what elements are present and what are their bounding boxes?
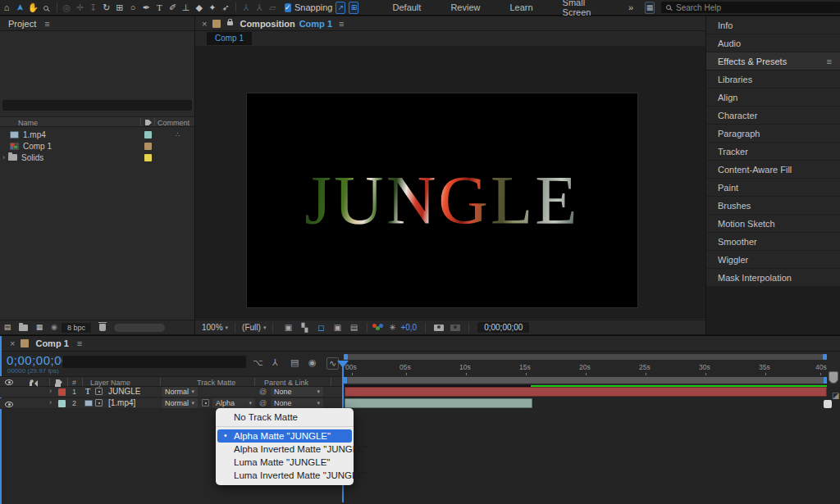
layer-row-jungle[interactable]: › 1 T JUNGLE Normal ▾ @ None ▾ xyxy=(0,387,342,397)
visibility-eye-icon[interactable] xyxy=(5,402,13,407)
interpret-footage-icon[interactable]: ▤ xyxy=(0,320,15,335)
panel-menu-icon[interactable]: ≡ xyxy=(339,19,344,29)
layer-name-column[interactable]: Layer Name xyxy=(90,379,130,387)
shape-tool-icon[interactable]: ○ xyxy=(126,0,139,16)
world-axis-mode-icon[interactable]: ⅄ xyxy=(253,0,266,16)
draft-3d-icon[interactable]: ⅄ xyxy=(272,357,278,368)
panel-tracker[interactable]: Tracker xyxy=(706,143,840,160)
panel-libraries[interactable]: Libraries xyxy=(706,70,840,88)
column-comment[interactable]: Comment xyxy=(158,119,189,127)
mini-flowchart-icon[interactable]: ⌥ xyxy=(253,357,263,368)
panel-wiggler[interactable]: Wiggler xyxy=(706,251,840,268)
rotation-tool-icon[interactable]: ↻ xyxy=(100,0,113,16)
parent-dropdown[interactable]: None ▾ xyxy=(271,387,323,397)
menu-item-alpha-matte[interactable]: • Alpha Matte "JUNGLE" xyxy=(217,429,352,443)
menu-item-no-track-matte[interactable]: No Track Matte xyxy=(216,411,354,424)
snap-features-icon[interactable]: ⊞ xyxy=(349,2,358,14)
snapping-checkbox[interactable]: ✓ xyxy=(285,3,291,12)
snapshot-camera-icon[interactable] xyxy=(434,325,444,331)
region-of-interest-icon[interactable]: ▣ xyxy=(280,323,296,332)
timeline-search-input[interactable] xyxy=(62,356,246,368)
pan-behind-tool-icon[interactable]: ⊞ xyxy=(113,0,126,16)
panel-paint[interactable]: Paint xyxy=(706,179,840,196)
matte-toggle-icon[interactable] xyxy=(202,399,209,406)
current-timecode[interactable]: 0;00;00;00 xyxy=(7,353,69,367)
snap-edges-icon[interactable]: ↗ xyxy=(336,2,345,14)
pen-tool-icon[interactable]: ✒ xyxy=(139,0,153,16)
layer-name[interactable]: [1.mp4] xyxy=(108,398,135,407)
mask-visibility-icon[interactable]: ◻ xyxy=(313,323,329,332)
panel-content-aware-fill[interactable]: Content-Aware Fill xyxy=(706,161,840,178)
view-layout-icon[interactable]: ▤ xyxy=(345,323,362,332)
frame-blending-icon[interactable]: ▤ xyxy=(290,357,299,368)
label-swatch[interactable] xyxy=(144,154,152,161)
layer-label-swatch[interactable] xyxy=(58,400,66,407)
panel-align[interactable]: Align xyxy=(706,89,840,106)
new-composition-icon[interactable]: ▦ xyxy=(32,320,47,335)
workspace-tab-learn[interactable]: Learn xyxy=(495,2,547,12)
local-axis-mode-icon[interactable]: ⅄ xyxy=(240,0,253,16)
blend-mode-dropdown[interactable]: Normal ▾ xyxy=(162,398,198,408)
active-comp-name[interactable]: Comp 1 xyxy=(299,19,332,29)
pickwhip-icon[interactable]: @ xyxy=(259,388,267,396)
track-matte-dropdown[interactable]: Alpha ▾ xyxy=(212,398,255,408)
zoom-tool-icon[interactable] xyxy=(39,0,52,16)
exposure-gear-icon[interactable]: ✳ xyxy=(384,323,400,332)
timeline-tab-label[interactable]: Comp 1 xyxy=(35,338,68,348)
comp-viewer-tab[interactable]: Comp 1 xyxy=(207,32,252,45)
solo-column-icon[interactable]: ● xyxy=(30,377,34,385)
brush-tool-icon[interactable]: ✐ xyxy=(166,0,179,16)
help-search-input[interactable] xyxy=(661,2,840,13)
workspace-tab-default[interactable]: Default xyxy=(378,2,436,12)
label-swatch[interactable] xyxy=(144,143,152,150)
puppet-pin-tool-icon[interactable]: ➶ xyxy=(219,0,232,16)
panel-paragraph[interactable]: Paragraph xyxy=(706,125,840,142)
dolly-camera-tool-icon[interactable]: ↧ xyxy=(87,0,100,16)
color-depth-button[interactable]: 8 bpc xyxy=(62,323,91,333)
workspace-overflow-chevron[interactable]: » xyxy=(628,2,633,12)
label-column-icon[interactable] xyxy=(56,379,62,385)
expand-arrow-icon[interactable]: › xyxy=(2,153,5,161)
panel-brushes[interactable]: Brushes xyxy=(706,197,840,214)
label-column-icon[interactable] xyxy=(145,120,152,125)
timeline-scrollbar[interactable] xyxy=(344,354,827,360)
new-folder-icon[interactable] xyxy=(19,325,28,331)
comp-marker-bin[interactable] xyxy=(829,371,838,384)
video-column-eye-icon[interactable] xyxy=(5,379,13,385)
parent-link-column[interactable]: Parent & Link xyxy=(264,379,308,387)
project-item-solids[interactable]: › Solids xyxy=(0,152,194,163)
panel-menu-icon[interactable]: ≡ xyxy=(44,19,49,29)
eraser-tool-icon[interactable]: ◆ xyxy=(193,0,206,16)
panel-menu-icon[interactable]: ≡ xyxy=(827,57,832,66)
work-area-bar[interactable] xyxy=(344,377,827,384)
panel-mask-interpolation[interactable]: Mask Interpolation xyxy=(706,269,840,286)
workspace-settings-icon[interactable]: ▦ xyxy=(645,2,655,14)
project-item-footage[interactable]: 1.mp4 ∴ xyxy=(0,129,194,140)
panel-audio[interactable]: Audio xyxy=(706,34,840,52)
panel-menu-icon[interactable]: ≡ xyxy=(77,338,82,348)
scrollbar-right-cap[interactable] xyxy=(823,354,827,360)
transparency-grid-icon[interactable]: ▚ xyxy=(296,323,313,332)
pickwhip-icon[interactable]: @ xyxy=(259,399,267,407)
work-area-start-handle[interactable] xyxy=(344,377,347,384)
panel-motion-sketch[interactable]: Motion Sketch xyxy=(706,215,840,232)
blend-mode-dropdown[interactable]: Normal ▾ xyxy=(162,387,198,397)
layer-label-swatch[interactable] xyxy=(58,388,66,396)
roto-brush-tool-icon[interactable]: ✦ xyxy=(206,0,219,16)
resolution-dropdown[interactable]: (Full) xyxy=(242,323,261,332)
motion-blur-icon[interactable]: ◉ xyxy=(308,357,317,368)
layer-number-column[interactable]: # xyxy=(72,379,76,387)
label-swatch[interactable] xyxy=(144,131,152,138)
layer-name[interactable]: JUNGLE xyxy=(108,387,140,396)
parent-dropdown[interactable]: None ▾ xyxy=(271,398,323,408)
panel-effects-presets[interactable]: Effects & Presets ≡ xyxy=(706,52,840,70)
panel-info[interactable]: Info xyxy=(706,16,840,34)
panel-title[interactable]: Composition xyxy=(240,19,294,29)
selection-tool-icon[interactable]: ➤ xyxy=(12,1,28,14)
orbit-camera-tool-icon[interactable]: ◎ xyxy=(60,0,73,16)
track-matte-column[interactable]: Track Matte xyxy=(197,379,235,387)
menu-item-alpha-inverted-matte[interactable]: Alpha Inverted Matte "JUNGLE" xyxy=(216,443,354,456)
view-axis-mode-icon[interactable]: ▱ xyxy=(266,0,279,16)
paint-bucket-icon[interactable]: ◪ xyxy=(832,391,839,400)
scrollbar-left-cap[interactable] xyxy=(344,354,348,360)
